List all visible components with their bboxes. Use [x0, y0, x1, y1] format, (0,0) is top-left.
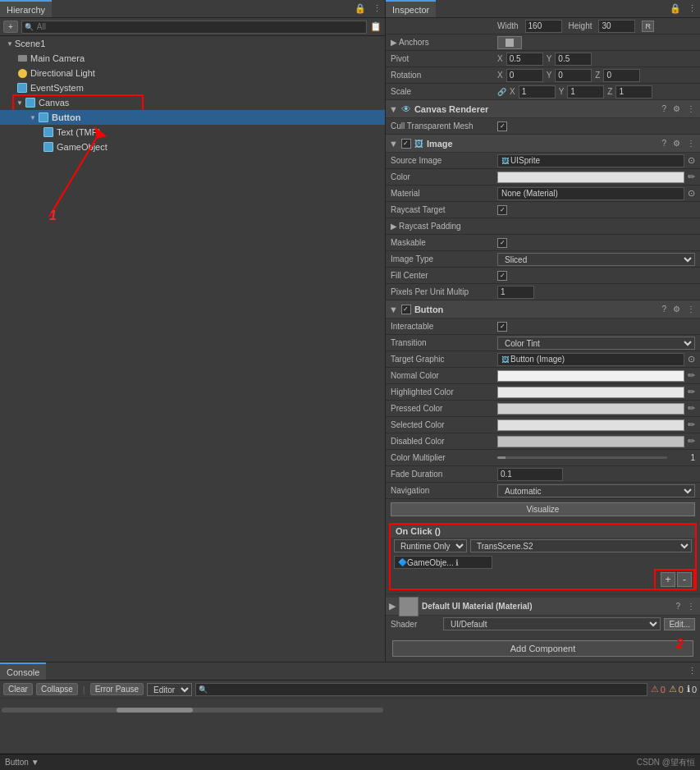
target-graphic-label: Target Graphic — [391, 355, 445, 364]
shader-dropdown[interactable]: UI/Default — [443, 617, 661, 630]
highlighted-color-pick[interactable]: ✏ — [688, 387, 695, 397]
hierarchy-event-system[interactable]: EventSystem — [0, 80, 385, 95]
maskable-check[interactable]: ✓ — [497, 238, 507, 248]
hierarchy-lock[interactable]: 🔒 — [351, 0, 369, 17]
hierarchy-eyedropper[interactable]: 📋 — [370, 21, 382, 32]
canvas-help[interactable]: ? — [660, 104, 668, 113]
add-component-btn[interactable]: Add Component — [392, 640, 693, 657]
navigation-dropdown[interactable]: Automatic — [497, 484, 695, 497]
image-settings[interactable]: ⚙ — [671, 139, 682, 148]
visualize-btn[interactable]: Visualize — [391, 502, 695, 516]
cull-mesh-check[interactable]: ✓ — [497, 121, 507, 131]
hierarchy-button[interactable]: ▼ Button — [0, 110, 385, 125]
info-count: 0 — [692, 685, 697, 694]
selected-color-field[interactable] — [497, 419, 684, 431]
console-more[interactable]: ⋮ — [684, 662, 700, 680]
anchor-widget[interactable] — [497, 36, 522, 49]
onclick-add-btn[interactable]: + — [661, 572, 675, 587]
hierarchy-gameobject[interactable]: GameObject — [0, 140, 385, 154]
button-more[interactable]: ⋮ — [685, 305, 697, 314]
scale-label: Scale — [391, 87, 411, 96]
color-pick-btn[interactable]: ✏ — [688, 172, 695, 182]
inspector-more[interactable]: ⋮ — [684, 0, 700, 17]
selected-color-pick[interactable]: ✏ — [688, 419, 695, 430]
csdn-label: CSDN @望有恒 — [637, 757, 695, 768]
button-header[interactable]: ▼ ✓ Button ? ⚙ ⋮ — [386, 300, 700, 319]
button-help[interactable]: ? — [660, 305, 668, 314]
hierarchy-dir-light[interactable]: Directional Light — [0, 66, 385, 80]
highlighted-color-field[interactable] — [497, 387, 684, 398]
width-field[interactable] — [525, 20, 562, 33]
hierarchy-search[interactable] — [34, 21, 364, 34]
button-enabled[interactable]: ✓ — [401, 305, 411, 314]
disabled-color-pick[interactable]: ✏ — [688, 436, 695, 447]
runtime-dropdown[interactable]: Runtime Only — [394, 539, 467, 552]
pressed-color-pick[interactable]: ✏ — [688, 403, 695, 414]
onclick-gameobj-field[interactable]: 🔷 GameObje... ℹ — [394, 556, 492, 569]
pivot-y[interactable] — [555, 53, 592, 66]
hierarchy-tab[interactable]: Hierarchy — [0, 0, 52, 18]
transition-dropdown[interactable]: Color Tint — [497, 337, 695, 350]
error-icon: ⚠ — [651, 684, 659, 694]
edit-btn[interactable]: Edit... — [664, 618, 695, 630]
clear-btn[interactable]: Clear — [3, 683, 33, 695]
target-pick[interactable]: ⊙ — [688, 354, 695, 364]
rot-z[interactable] — [603, 69, 640, 82]
project-scrollbar[interactable] — [117, 708, 193, 713]
scale-y[interactable] — [567, 85, 604, 99]
normal-color-pick[interactable]: ✏ — [688, 370, 695, 381]
image-help[interactable]: ? — [660, 139, 668, 148]
image-color-field[interactable] — [497, 172, 684, 183]
console-tab[interactable]: Console — [0, 662, 46, 681]
transscene-dropdown[interactable]: TransScene.S2 — [470, 539, 692, 552]
image-enabled[interactable]: ✓ — [401, 139, 411, 149]
selected-color-label: Selected Color — [391, 420, 445, 429]
hierarchy-main-camera[interactable]: Main Camera — [0, 51, 385, 66]
image-type-label: Image Type — [391, 254, 433, 264]
pixels-field[interactable] — [497, 286, 534, 299]
canvas-settings[interactable]: ⚙ — [671, 104, 682, 113]
hierarchy-add-btn[interactable]: + — [3, 21, 18, 33]
inspector-lock[interactable]: 🔒 — [666, 0, 684, 17]
error-pause-btn[interactable]: Error Pause — [90, 683, 144, 695]
material-help[interactable]: ? — [674, 602, 682, 611]
hierarchy-canvas[interactable]: ▼ Canvas — [0, 95, 385, 110]
normal-color-field[interactable] — [497, 370, 684, 382]
pressed-color-field[interactable] — [497, 403, 684, 415]
button-settings[interactable]: ⚙ — [671, 305, 682, 314]
scale-z[interactable] — [615, 85, 652, 99]
height-field[interactable] — [598, 20, 635, 33]
pivot-x[interactable] — [506, 53, 543, 66]
scale-x[interactable] — [519, 85, 556, 99]
interactable-check[interactable]: ✓ — [497, 322, 507, 332]
hierarchy-more[interactable]: ⋮ — [369, 0, 385, 17]
source-image-field[interactable]: 🖼 UISprite — [497, 154, 684, 167]
canvas-more[interactable]: ⋮ — [685, 104, 697, 113]
raycast-check[interactable]: ✓ — [497, 205, 507, 215]
hierarchy-text-tmp[interactable]: Text (TMP) — [0, 125, 385, 140]
warn-count: 0 — [679, 685, 684, 694]
constrain-btn[interactable]: R — [642, 21, 654, 32]
image-header[interactable]: ▼ ✓ 🖼 Image ? ⚙ ⋮ — [386, 135, 700, 153]
onclick-remove-btn[interactable]: - — [677, 572, 692, 587]
color-multiplier-slider[interactable] — [497, 456, 667, 459]
source-image-pick[interactable]: ⊙ — [688, 155, 695, 166]
inspector-tab[interactable]: Inspector — [386, 0, 436, 18]
bottom-button-label[interactable]: Button ▼ — [5, 758, 39, 767]
rot-x[interactable] — [506, 69, 543, 82]
material-field[interactable]: None (Material) — [497, 187, 684, 200]
material-header[interactable]: ▶ Default UI Material (Material) ? ⋮ — [386, 598, 700, 616]
canvas-renderer-header[interactable]: ▼ 👁 Canvas Renderer ? ⚙ ⋮ — [386, 100, 700, 118]
target-graphic-field[interactable]: 🖼 Button (Image) — [497, 353, 684, 366]
fill-center-check[interactable]: ✓ — [497, 271, 507, 281]
hierarchy-scene1[interactable]: ▼ Scene1 — [0, 36, 385, 51]
editor-dropdown[interactable]: Editor — [147, 683, 192, 696]
collapse-btn[interactable]: Collapse — [36, 683, 78, 695]
fade-duration-field[interactable] — [497, 468, 563, 481]
material-pick[interactable]: ⊙ — [688, 188, 695, 199]
image-type-dropdown[interactable]: Sliced — [497, 253, 695, 266]
rot-y[interactable] — [555, 69, 592, 82]
material-more[interactable]: ⋮ — [685, 602, 697, 611]
disabled-color-field[interactable] — [497, 436, 684, 447]
image-more[interactable]: ⋮ — [685, 139, 697, 148]
